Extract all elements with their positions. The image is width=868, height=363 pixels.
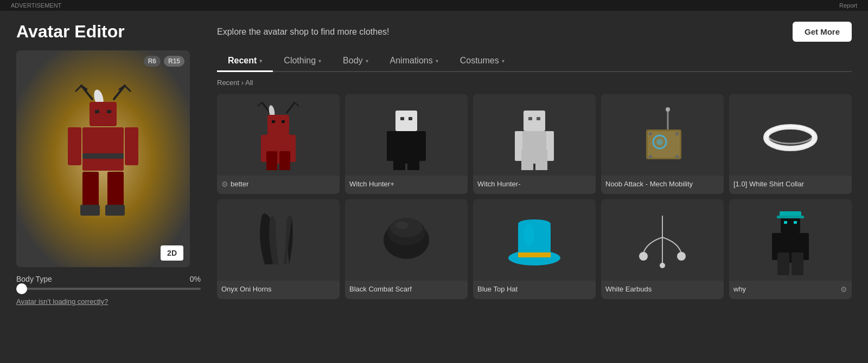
item-name-witch-hunter-plus: Witch Hunter+ [349,180,394,188]
svg-rect-29 [266,151,277,170]
item-label-white-earbuds: White Earbuds [601,281,724,299]
item-name-blue-top-hat: Blue Top Hat [477,285,518,293]
svg-rect-8 [95,110,99,113]
breadcrumb-recent[interactable]: Recent [217,79,239,87]
item-card-witch-hunter-plus[interactable]: Witch Hunter+ [345,94,468,194]
item-image-blue-top-hat [502,205,567,275]
tabs-nav: Recent ▾ Clothing ▾ Body ▾ Animations ▾ … [217,50,852,72]
avatar-figure [60,83,146,235]
svg-rect-31 [395,111,417,131]
report-label[interactable]: Report [839,2,857,9]
item-name-onyx-oni-horns: Onyx Oni Horns [221,285,271,293]
item-label-witch-hunter-plus: Witch Hunter+ [345,176,468,193]
item-image-white-shirt-collar [758,100,823,170]
body-type-value: 0% [190,275,201,283]
svg-point-48 [666,107,670,112]
main-layout: Avatar Editor R6 R15 [0,11,868,316]
tab-clothing[interactable]: Clothing ▾ [273,50,332,71]
item-name-black-combat-scarf: Black Combat Scarf [349,285,412,293]
item-card-noob-attack[interactable]: Noob Attack - Mech Mobility [601,94,724,194]
svg-rect-13 [125,127,138,165]
item-thumb-why [729,199,852,281]
item-name-noob-attack: Noob Attack - Mech Mobility [605,180,693,188]
item-card-onyx-oni-horns[interactable]: Onyx Oni Horns [217,199,340,299]
shop-tagline: Explore the avatar shop to find more clo… [217,27,390,37]
tab-recent[interactable]: Recent ▾ [217,50,273,71]
item-card-better[interactable]: ⚙ better [217,94,340,194]
svg-point-70 [639,252,648,261]
svg-rect-37 [393,150,405,170]
item-image-witch-hunter-minus [502,100,567,170]
item-thumb-witch-hunter-minus [473,94,596,176]
avatar-badges: R6 R15 [144,56,184,67]
item-label-blue-top-hat: Blue Top Hat [473,281,596,299]
chevron-down-icon: ▾ [318,58,321,64]
svg-point-53 [649,132,652,135]
item-label-better: ⚙ better [217,176,340,194]
svg-line-4 [125,86,130,91]
item-image-why [758,205,823,275]
item-image-better [246,100,311,170]
svg-rect-41 [537,117,540,120]
chevron-down-icon: ▾ [259,58,262,64]
ad-label: ADVERTISEMENT [11,2,61,9]
svg-rect-12 [68,127,81,165]
tab-animations[interactable]: Animations ▾ [379,50,449,71]
tab-clothing-label: Clothing [284,56,316,66]
item-image-black-combat-scarf [374,205,439,275]
item-card-blue-top-hat[interactable]: Blue Top Hat [473,199,596,299]
svg-point-63 [395,222,409,229]
body-type-slider[interactable] [16,288,201,290]
svg-rect-82 [777,252,789,275]
breadcrumb-all[interactable]: All [245,79,253,87]
right-panel: Explore the avatar shop to find more clo… [217,22,852,306]
item-name-why: why [733,285,746,293]
gear-icon: ⚙ [221,180,228,189]
item-image-witch-hunter-plus [374,100,439,170]
tab-costumes[interactable]: Costumes ▾ [449,50,515,71]
gear-icon: ⚙ [840,285,847,294]
get-more-button[interactable]: Get More [793,22,852,42]
tab-body[interactable]: Body ▾ [332,50,379,71]
avatar-error-link[interactable]: Avatar isn't loading correctly? [16,297,201,306]
svg-rect-23 [267,115,289,134]
item-label-onyx-oni-horns: Onyx Oni Horns [217,281,340,299]
item-name-white-earbuds: White Earbuds [605,285,652,293]
svg-rect-14 [82,172,99,210]
tab-animations-label: Animations [390,56,433,66]
item-label-white-shirt-collar: [1.0] White Shirt Collar [729,176,852,193]
svg-rect-45 [521,150,533,170]
svg-rect-66 [518,252,551,257]
item-card-white-earbuds[interactable]: White Earbuds [601,199,724,299]
item-card-witch-hunter-minus[interactable]: Witch Hunter- [473,94,596,194]
svg-point-68 [524,224,534,245]
badge-r15[interactable]: R15 [164,56,184,67]
item-label-witch-hunter-minus: Witch Hunter- [473,176,596,193]
item-image-onyx-oni-horns [246,205,311,275]
svg-line-18 [262,102,270,113]
tab-costumes-label: Costumes [460,56,499,66]
svg-rect-75 [784,221,787,224]
item-thumb-white-shirt-collar [729,94,852,176]
item-card-why[interactable]: why ⚙ [729,199,852,299]
svg-rect-50 [648,131,680,158]
svg-line-19 [258,102,262,106]
item-thumb-white-earbuds [601,199,724,281]
badge-r6[interactable]: R6 [144,56,161,67]
body-type-section: Body Type 0% [16,275,201,290]
item-card-black-combat-scarf[interactable]: Black Combat Scarf [345,199,468,299]
svg-rect-16 [80,205,100,216]
svg-point-54 [675,132,679,135]
item-label-why: why ⚙ [729,281,852,299]
svg-point-52 [656,139,663,145]
avatar-2d-button[interactable]: 2D [161,245,183,261]
svg-rect-39 [524,111,545,131]
slider-thumb[interactable] [16,283,27,294]
svg-line-1 [76,86,81,91]
svg-rect-40 [528,117,532,120]
svg-rect-10 [82,127,124,171]
svg-point-67 [518,219,551,228]
svg-rect-15 [107,172,124,210]
svg-rect-76 [794,221,797,224]
item-card-white-shirt-collar[interactable]: [1.0] White Shirt Collar [729,94,852,194]
